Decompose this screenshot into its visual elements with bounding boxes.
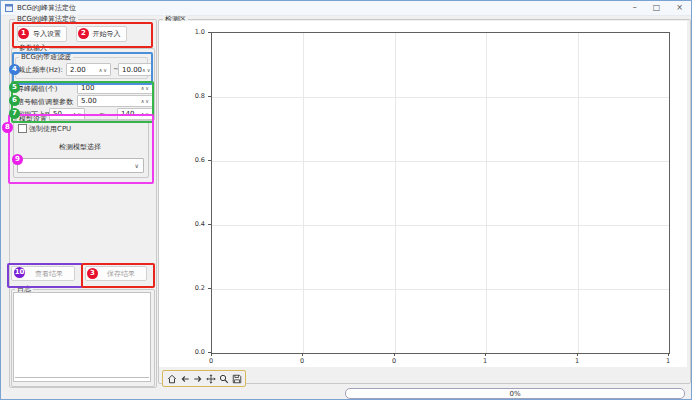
view-results-button[interactable]: 查看结果	[11, 266, 75, 281]
x-tick	[668, 353, 669, 356]
amp-adjust-label: 信号幅值调整参数	[17, 97, 73, 107]
y-tick-label: 0.8	[183, 92, 205, 100]
log-textarea[interactable]	[13, 292, 151, 382]
bandpass-group-label: BCG的带通滤波	[19, 53, 73, 62]
x-tick-label: 0	[209, 357, 213, 365]
param-input-group-label: 参数输入	[17, 44, 49, 53]
start-import-button[interactable]: 开始导入	[76, 26, 127, 42]
spinner-up-down-icon[interactable]: ∧∨	[141, 98, 152, 104]
model-select-label: 检测模型选择	[13, 142, 147, 152]
x-tick-label: 1	[483, 357, 487, 365]
cutoff-low-spinbox[interactable]: 2.00 ∧∨	[66, 63, 111, 76]
x-tick	[394, 353, 395, 356]
y-tick-label: 0.6	[183, 156, 205, 164]
gridline	[395, 33, 396, 353]
y-tick	[208, 352, 211, 353]
peak-count-spinbox[interactable]: 100 ∧∨	[77, 82, 153, 94]
y-tick	[208, 288, 211, 289]
force-cpu-label: 强制使用CPU	[29, 124, 71, 134]
close-button[interactable]: ×	[676, 1, 683, 15]
interval-range-tilde: ~	[99, 110, 105, 118]
x-tick	[577, 353, 578, 356]
minimize-button[interactable]: –	[633, 1, 637, 15]
y-tick-label: 1.0	[183, 28, 205, 36]
cutoff-frequency-label: 截止频率(Hz):	[18, 65, 63, 75]
app-icon	[5, 4, 13, 12]
gridline	[578, 33, 579, 353]
import-settings-button[interactable]: 导入设置	[17, 26, 67, 42]
save-results-button[interactable]: 保存结果	[85, 266, 147, 281]
y-tick	[208, 224, 211, 225]
gridline	[212, 97, 669, 98]
peak-count-label: 寻峰阈值(个)	[17, 84, 57, 94]
y-tick	[208, 96, 211, 97]
amp-adjust-spinbox[interactable]: 5.00 ∧∨	[77, 95, 153, 107]
gridline	[212, 161, 669, 162]
pan-icon[interactable]	[206, 374, 216, 384]
spinner-up-down-icon[interactable]: ∧∨	[141, 111, 152, 117]
x-tick	[302, 353, 303, 356]
x-tick-label: 1	[666, 357, 670, 365]
model-settings-group-label: 模型设置	[17, 115, 49, 124]
app-window: BCG的J峰算法定位 – □ × BCG的J峰算法定位 导入设置 开始导入 参数…	[0, 0, 692, 400]
back-arrow-icon[interactable]	[180, 374, 190, 384]
spinner-up-down-icon[interactable]: ∧∨	[73, 111, 84, 117]
cutoff-high-spinbox[interactable]: 10.00 ∧∨	[118, 63, 152, 76]
y-tick-label: 0.2	[183, 284, 205, 292]
spinner-up-down-icon[interactable]: ∧∨	[99, 67, 110, 73]
chevron-down-icon: ∨	[135, 162, 143, 169]
title-bar: BCG的J峰算法定位 – □ ×	[1, 1, 691, 16]
maximize-button[interactable]: □	[653, 1, 661, 15]
plot-canvas[interactable]: 0 0 0 1 1 1 1.0 0.8 0.6 0.4 0.2 0.0	[159, 21, 687, 367]
spinner-up-down-icon[interactable]: ∧∨	[142, 67, 153, 73]
zoom-icon[interactable]	[219, 374, 229, 384]
x-tick	[485, 353, 486, 356]
y-tick	[208, 160, 211, 161]
progress-label: 0%	[509, 390, 520, 398]
y-tick-label: 0.4	[183, 220, 205, 228]
plot-axes[interactable]	[211, 32, 670, 354]
progress-bar: 0%	[345, 388, 685, 399]
x-tick-label: 0	[392, 357, 396, 365]
save-icon[interactable]	[232, 374, 242, 384]
y-tick	[208, 32, 211, 33]
x-tick-label: 0	[300, 357, 304, 365]
log-scrollbar[interactable]	[15, 377, 149, 378]
spinner-up-down-icon[interactable]: ∧∨	[141, 85, 152, 91]
gridline	[212, 225, 669, 226]
gridline	[212, 289, 669, 290]
plot-toolbar	[162, 370, 246, 387]
gridline	[486, 33, 487, 353]
forward-arrow-icon[interactable]	[193, 374, 203, 384]
home-icon[interactable]	[167, 374, 177, 384]
y-tick-label: 0.0	[183, 348, 205, 356]
left-panel-group-label: BCG的J峰算法定位	[15, 15, 78, 24]
x-tick	[211, 353, 212, 356]
model-select-combobox[interactable]: ∨	[17, 158, 144, 173]
force-cpu-checkbox[interactable]	[18, 124, 27, 133]
window-title: BCG的J峰算法定位	[17, 3, 76, 13]
x-tick-label: 1	[575, 357, 579, 365]
gridline	[303, 33, 304, 353]
